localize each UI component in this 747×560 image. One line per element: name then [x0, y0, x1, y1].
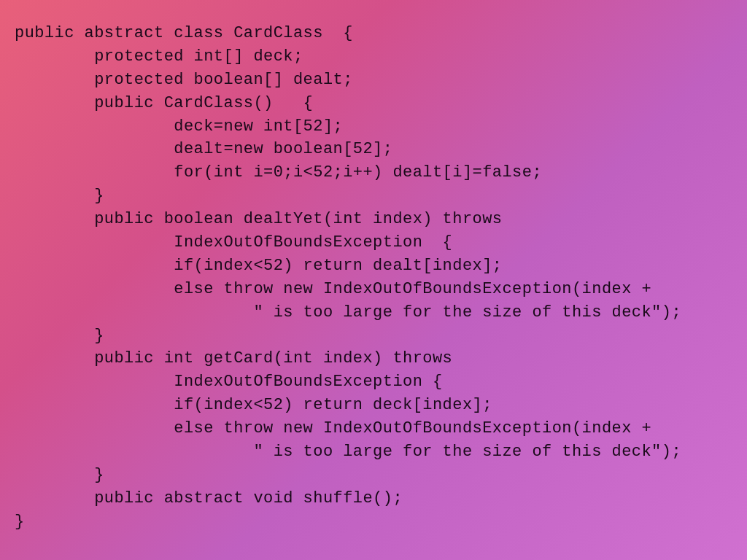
code-block: public abstract class CardClass { protec…: [15, 22, 681, 534]
